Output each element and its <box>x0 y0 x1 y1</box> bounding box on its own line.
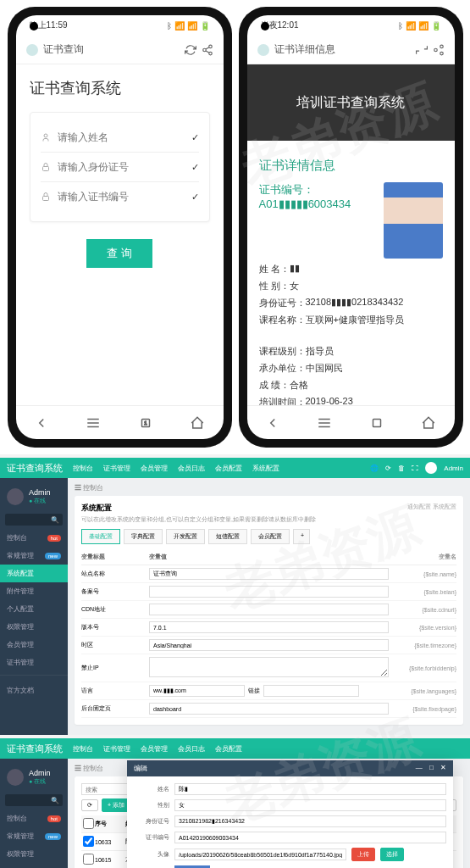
back-icon[interactable] <box>34 415 49 431</box>
sb-auth[interactable]: 权限管理 <box>0 845 68 863</box>
cfg-input[interactable] <box>149 604 389 615</box>
nav-dashboard[interactable]: 控制台 <box>73 464 93 473</box>
nav-member[interactable]: 会员管理 <box>141 464 168 473</box>
panel-actions[interactable]: 通知配置 系统配置 <box>407 503 456 524</box>
tab-sms[interactable]: 短信配置 <box>208 529 247 544</box>
select-all-checkbox[interactable] <box>83 818 94 829</box>
sb-dashboard[interactable]: 控制台hot <box>0 810 68 827</box>
avatar <box>7 488 24 505</box>
minimize-icon[interactable]: — <box>416 764 423 771</box>
fullscreen-icon[interactable]: ⛶ <box>412 465 418 472</box>
phone-mockup-1: 晚上11:59 ᛒ 📶 📶 🔋 证书查询 证书查询系统 <box>8 7 232 448</box>
nav-log[interactable]: 会员日志 <box>178 744 205 754</box>
nav-dashboard[interactable]: 控制台 <box>73 744 93 754</box>
sb-attach[interactable]: 附件管理 <box>0 582 68 600</box>
user-status: ● 在线 <box>29 777 51 786</box>
svg-rect-5 <box>42 197 48 201</box>
submit-button[interactable]: 查 询 <box>86 239 152 268</box>
sb-docs[interactable]: 官方文档 <box>0 682 68 699</box>
row-checkbox[interactable] <box>83 836 94 847</box>
app-icon <box>26 44 38 56</box>
tab-add[interactable]: + <box>293 529 310 544</box>
cache-icon[interactable]: 🗑 <box>398 465 405 472</box>
cfg-input[interactable] <box>149 586 389 598</box>
sb-sysconf[interactable]: 系统配置 <box>0 565 68 582</box>
cfg-input[interactable] <box>263 685 359 697</box>
wifi-icon: 📶 <box>187 21 197 31</box>
back-icon[interactable] <box>265 415 280 431</box>
refresh-icon[interactable] <box>416 44 428 56</box>
tab-dict[interactable]: 字典配置 <box>124 529 163 544</box>
refresh-icon[interactable] <box>185 44 196 56</box>
tab-basic[interactable]: 基础配置 <box>81 529 120 544</box>
col-name: 变量名 <box>389 553 456 561</box>
name-input[interactable] <box>58 131 185 143</box>
tab-dev[interactable]: 开发配置 <box>166 529 205 544</box>
menu-icon[interactable] <box>317 415 332 431</box>
modal-header[interactable]: 编辑 — □ ✕ <box>127 760 453 776</box>
sb-general[interactable]: 常规管理new <box>0 827 68 845</box>
menu-icon[interactable] <box>86 415 101 431</box>
app-bar: 证书查询 <box>16 36 224 64</box>
share-icon[interactable] <box>202 44 213 56</box>
cfg-row: CDN地址{$site.cdnurl} <box>81 601 456 619</box>
share-icon[interactable] <box>433 44 445 56</box>
svg-point-1 <box>202 48 206 52</box>
modal-idno-input[interactable] <box>174 815 446 827</box>
cfg-row: 禁止IP{$site.forbiddenip} <box>81 654 456 682</box>
tabs-icon[interactable] <box>369 415 384 431</box>
sb-personal[interactable]: 个人配置 <box>0 600 68 618</box>
cfg-textarea[interactable] <box>149 657 389 677</box>
cfg-input[interactable] <box>149 703 389 715</box>
nav-log[interactable]: 会员日志 <box>178 464 205 473</box>
sidebar-search[interactable]: 🔍 <box>5 794 63 806</box>
svg-text:1: 1 <box>144 420 147 426</box>
nav-mconfig[interactable]: 会员配置 <box>215 464 242 473</box>
refresh-button[interactable]: ⟳ <box>81 799 98 811</box>
modal-sex-input[interactable] <box>174 799 446 811</box>
info-row: 姓 名：▮▮ <box>259 263 443 275</box>
phone-mockup-2: 半夜12:01 ᛒ 📶 📶 🔋 证书详细信息 培训证书查询系统 证书详情信息 <box>239 7 463 448</box>
username[interactable]: Admin <box>444 465 463 472</box>
home-icon[interactable] <box>421 415 436 431</box>
sb-dashboard[interactable]: 控制台hot <box>0 529 68 547</box>
breadcrumb: ☰ 控制台 <box>75 483 463 492</box>
sb-cert[interactable]: 证书管理 <box>0 654 68 671</box>
modal-certno-input[interactable] <box>174 832 446 843</box>
modal-avatar-input[interactable] <box>174 849 346 860</box>
cfg-input[interactable] <box>149 621 389 633</box>
tabs-icon[interactable]: 1 <box>138 415 153 431</box>
sb-member[interactable]: 会员管理 <box>0 636 68 654</box>
id-input[interactable] <box>58 161 185 173</box>
search-input[interactable] <box>81 783 132 795</box>
sb-auth[interactable]: 权限管理 <box>0 618 68 636</box>
tab-member[interactable]: 会员配置 <box>251 529 290 544</box>
lang-icon[interactable]: 🌐 <box>370 465 379 472</box>
nav-sysconf[interactable]: 系统配置 <box>252 464 279 473</box>
modal-body: 姓名 性别 身份证号 证书编号 头像上传选择 证书名称 举办单位 发证单位 <box>127 776 453 868</box>
row-checkbox[interactable] <box>83 854 94 865</box>
sb-general[interactable]: 常规管理new <box>0 547 68 565</box>
sidebar-search[interactable]: 🔍 <box>5 514 63 526</box>
nav-cert[interactable]: 证书管理 <box>103 464 130 473</box>
cfg-input[interactable] <box>149 568 389 580</box>
nav-member[interactable]: 会员管理 <box>141 744 168 754</box>
close-icon[interactable]: ✕ <box>440 764 446 771</box>
home-icon[interactable] <box>190 415 205 431</box>
cfg-input[interactable] <box>149 685 245 697</box>
modal-name-input[interactable] <box>174 783 446 795</box>
maximize-icon[interactable]: □ <box>429 764 434 771</box>
cfg-input[interactable] <box>149 639 389 651</box>
search-icon: 🔍 <box>51 797 59 804</box>
col-title: 变量标题 <box>81 553 149 561</box>
refresh-icon[interactable]: ⟳ <box>385 465 391 472</box>
sb-member[interactable]: 会员管理 <box>0 863 68 868</box>
select-button[interactable]: 选择 <box>380 848 404 861</box>
nav-mconfig[interactable]: 会员配置 <box>215 744 242 754</box>
cert-input[interactable] <box>58 191 185 203</box>
add-button[interactable]: + 添加 <box>102 798 130 812</box>
camera-hole <box>261 22 269 31</box>
upload-button[interactable]: 上传 <box>351 848 375 861</box>
nav-cert[interactable]: 证书管理 <box>103 744 130 754</box>
avatar[interactable] <box>425 462 437 474</box>
